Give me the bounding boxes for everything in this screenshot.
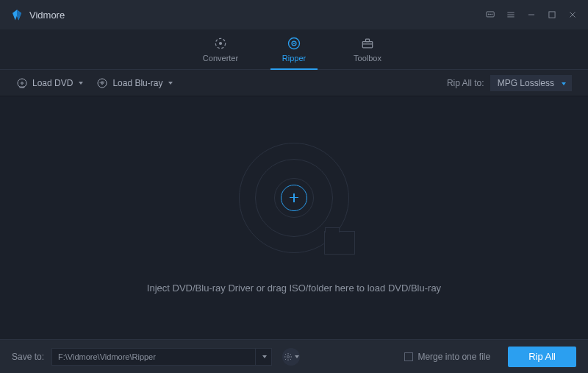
chevron-down-icon: [168, 82, 173, 85]
window-controls: [485, 10, 578, 20]
load-bluray-button[interactable]: Load Blu-ray: [96, 77, 173, 89]
chevron-down-icon: [562, 82, 566, 85]
svg-rect-8: [549, 12, 555, 18]
svg-rect-17: [366, 39, 370, 41]
ripper-icon: [287, 36, 301, 51]
save-path-field[interactable]: F:\Vidmore\Vidmore\Ripper: [51, 348, 272, 366]
tab-label: Converter: [203, 54, 238, 63]
rip-all-to-label: Rip All to:: [447, 78, 484, 88]
app-logo: Vidmore: [10, 8, 65, 21]
app-title: Vidmore: [29, 10, 65, 21]
tab-row: Converter Ripper Toolbox: [0, 29, 588, 70]
rip-all-button-label: Rip All: [528, 351, 556, 362]
title-bar: Vidmore: [0, 0, 588, 29]
load-dvd-label: Load DVD: [32, 78, 73, 88]
load-bluray-label: Load Blu-ray: [112, 78, 162, 88]
checkbox-box: [404, 352, 413, 361]
svg-point-1: [488, 14, 489, 15]
svg-point-3: [492, 14, 492, 15]
tab-label: Toolbox: [354, 54, 381, 63]
save-path-dropdown[interactable]: [255, 349, 271, 365]
svg-point-22: [98, 79, 107, 88]
svg-point-20: [21, 82, 24, 84]
chevron-down-icon: [295, 355, 299, 358]
output-format-select[interactable]: MPG Lossless: [490, 75, 572, 91]
save-to-label: Save to:: [12, 352, 44, 362]
folder-icon: [324, 231, 355, 255]
close-icon[interactable]: [567, 10, 578, 20]
merge-checkbox[interactable]: Merge into one file: [404, 352, 490, 362]
tab-ripper[interactable]: Ripper: [272, 29, 316, 69]
tab-label: Ripper: [282, 54, 306, 63]
drop-hint-text: Inject DVD/Blu-ray Driver or drag ISO/fo…: [147, 283, 441, 294]
svg-point-23: [101, 82, 104, 84]
logo-icon: [10, 8, 24, 21]
menu-icon[interactable]: [506, 10, 516, 20]
toolbox-icon: [360, 36, 375, 51]
gear-icon: [284, 352, 293, 361]
svg-point-15: [293, 43, 295, 44]
load-dvd-button[interactable]: DVD Load DVD: [16, 77, 83, 89]
disc-bluray-icon: [96, 77, 108, 89]
maximize-icon[interactable]: [547, 10, 557, 20]
settings-button[interactable]: [282, 348, 300, 366]
bottom-bar: Save to: F:\Vidmore\Vidmore\Ripper Merge…: [0, 339, 588, 373]
svg-rect-16: [362, 42, 372, 48]
disc-dvd-icon: DVD: [16, 77, 28, 89]
save-path-value: F:\Vidmore\Vidmore\Ripper: [52, 352, 255, 361]
rip-all-to: Rip All to: MPG Lossless: [447, 75, 572, 91]
svg-point-24: [287, 355, 289, 358]
chevron-down-icon: [262, 355, 267, 358]
tab-toolbox[interactable]: Toolbox: [345, 29, 390, 69]
feedback-icon[interactable]: [485, 10, 495, 20]
svg-point-12: [219, 42, 222, 45]
sub-toolbar: DVD Load DVD Load Blu-ray Rip All to: MP…: [0, 70, 588, 96]
svg-text:DVD: DVD: [19, 85, 25, 88]
output-format-value: MPG Lossless: [498, 78, 554, 88]
converter-icon: [213, 36, 228, 51]
merge-label: Merge into one file: [417, 352, 490, 362]
drop-zone[interactable]: Inject DVD/Blu-ray Driver or drag ISO/fo…: [0, 96, 588, 339]
chevron-down-icon: [79, 82, 83, 85]
svg-point-2: [490, 14, 491, 15]
add-disc-illustration[interactable]: [239, 143, 349, 253]
minimize-icon[interactable]: [526, 10, 537, 20]
plus-icon: [281, 185, 307, 211]
tab-converter[interactable]: Converter: [198, 29, 243, 69]
rip-all-button[interactable]: Rip All: [508, 347, 576, 367]
